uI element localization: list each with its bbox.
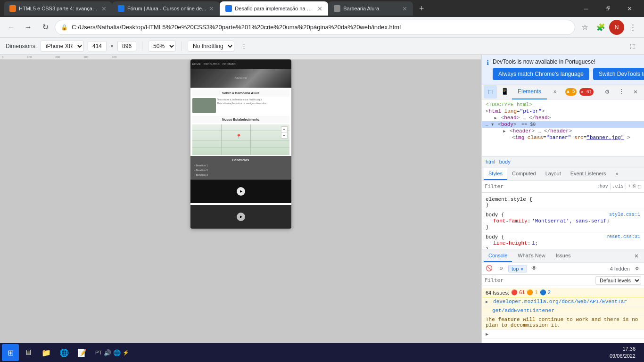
address-bar[interactable]: 🔒 C:/Users/Nathalia/Desktop/HTML5%20e%20… xyxy=(55,20,575,35)
tree-head[interactable]: ▶ <head> … </head> xyxy=(482,115,644,121)
tab-4[interactable]: Barbearia Alura ✕ xyxy=(328,1,413,16)
rotate-icon[interactable]: ⬚ xyxy=(627,41,638,52)
reload-button[interactable]: ↻ xyxy=(38,20,53,35)
device-select[interactable]: iPhone XR xyxy=(41,41,84,52)
img-src-val[interactable]: "banner.jpg" xyxy=(586,135,624,140)
benefits-section: Benefícios • Benefício 1 • Benefício 2 •… xyxy=(190,156,291,180)
inspect-element-button[interactable]: ⬚ xyxy=(484,85,497,99)
window-close[interactable]: ✕ xyxy=(619,1,640,16)
taskbar-icon-editor[interactable]: 📝 xyxy=(74,344,91,361)
console-filter-button[interactable]: ⊘ xyxy=(496,263,506,274)
extension-icon[interactable]: 🧩 xyxy=(593,20,608,35)
img-close-bracket: > xyxy=(627,135,630,140)
tab-more[interactable]: » xyxy=(548,84,562,99)
tab-event-listeners[interactable]: Event Listeners xyxy=(566,168,611,180)
height-input[interactable] xyxy=(117,41,136,51)
tab-3[interactable]: Desafio para implemetação na al... ✕ xyxy=(220,1,328,16)
element-style-selector: element.style { xyxy=(486,197,640,202)
profile-icon[interactable]: N xyxy=(609,20,624,35)
video-2: ▶ Driver Co Show Tech and Other... ▶ xyxy=(190,205,291,229)
devtools-settings-button[interactable]: ⚙ xyxy=(601,85,614,99)
tree-html[interactable]: <html lang="pt-br"> xyxy=(482,108,644,115)
taskbar-power-icon[interactable]: ⚡ xyxy=(123,350,129,356)
styles-sub-tabs: Styles Computed Layout Event Listeners » xyxy=(482,167,644,181)
style-rule-body-1: body { style.css:1 font-family : 'Montse… xyxy=(482,210,644,232)
add-style-icon[interactable]: + xyxy=(628,183,631,189)
breadcrumb-html[interactable]: html xyxy=(486,159,495,165)
breadcrumb-body[interactable]: body xyxy=(499,159,511,165)
tab-2[interactable]: Fórum | Alura - Cursos online de... ✕ xyxy=(112,1,220,16)
throttle-select[interactable]: No throttling xyxy=(188,41,234,52)
body-arrow[interactable]: ▼ xyxy=(491,123,494,127)
console-settings-button[interactable]: ⚙ xyxy=(632,263,642,274)
tree-header[interactable]: ▶ <header> … </header> xyxy=(482,128,644,134)
console-filter-input[interactable] xyxy=(485,277,593,283)
tab-4-close[interactable]: ✕ xyxy=(402,6,407,12)
taskbar-icon-computer[interactable]: 🖥 xyxy=(20,344,37,361)
width-input[interactable] xyxy=(88,41,107,51)
toggle-style-icon[interactable]: ⬚ xyxy=(638,183,641,189)
about-title: Sobre a Barbearia Alura xyxy=(192,90,289,97)
video-2-play-button[interactable]: ▶ xyxy=(237,213,245,221)
console-level-select[interactable]: Default levels xyxy=(595,276,641,285)
styles-filter-input[interactable] xyxy=(485,183,595,189)
console-context-selector[interactable]: top ▼ xyxy=(508,265,527,272)
issue-info-count: 🔵 2 xyxy=(540,289,551,296)
devtools-kebab-button[interactable]: ⋮ xyxy=(615,85,628,99)
console-log-url[interactable]: developer.mozilla.org/docs/Web/API/Event… xyxy=(493,299,627,304)
tree-img[interactable]: <img class="banner" src="banner.jpg" > xyxy=(482,134,644,141)
tree-body[interactable]: … ▼ <body> == $0 xyxy=(482,121,644,128)
bookmark-icon[interactable]: ☆ xyxy=(577,20,592,35)
menu-button[interactable]: ⋮ xyxy=(625,20,640,35)
tab-layout[interactable]: Layout xyxy=(541,168,566,180)
whats-new-tab[interactable]: What's New xyxy=(513,250,550,262)
taskbar-show-desktop[interactable] xyxy=(640,343,642,362)
tab-2-close[interactable]: ✕ xyxy=(209,6,214,12)
cls-filter[interactable]: .cls xyxy=(612,184,624,189)
body-2-source[interactable]: reset.css:31 xyxy=(606,234,640,240)
console-tab[interactable]: Console xyxy=(484,250,512,262)
console-close-button[interactable]: ✕ xyxy=(631,250,642,262)
map-zoom-in[interactable]: + xyxy=(281,127,287,132)
taskbar-volume-icon[interactable]: 🔊 xyxy=(104,349,111,356)
body-1-source[interactable]: style.css:1 xyxy=(609,212,640,218)
zoom-select[interactable]: 50% xyxy=(148,41,176,52)
taskbar-network-icon[interactable]: 🌐 xyxy=(113,349,121,356)
start-button[interactable]: ⊞ xyxy=(2,344,19,361)
copy-style-icon[interactable]: ⎘ xyxy=(633,183,636,189)
window-maximize[interactable]: 🗗 xyxy=(597,1,619,16)
tab-computed[interactable]: Computed xyxy=(507,168,541,180)
more-options-button[interactable]: ⋮ xyxy=(238,41,249,52)
issues-tab[interactable]: Issues xyxy=(551,250,576,262)
devtools-close-button[interactable]: ✕ xyxy=(629,85,642,99)
pseudo-filter[interactable]: :hov xyxy=(597,184,608,189)
tab-styles[interactable]: Styles xyxy=(484,168,507,180)
new-tab-button[interactable]: + xyxy=(415,2,428,15)
forward-button[interactable]: → xyxy=(21,20,36,35)
tab-1[interactable]: HTML5 e CSS3 parte 4: avançando... ✕ xyxy=(4,1,112,16)
console-prompt-arrow: ▶ xyxy=(486,332,488,337)
map-zoom-out[interactable]: − xyxy=(281,132,287,138)
taskbar-icon-folder[interactable]: 📁 xyxy=(38,344,55,361)
back-button[interactable]: ← xyxy=(4,20,19,35)
log-expand-icon[interactable]: ▶ xyxy=(486,300,488,304)
tab-3-close[interactable]: ✕ xyxy=(317,6,322,12)
head-arrow[interactable]: ▶ xyxy=(495,116,497,121)
nav-contact: CONTATO xyxy=(222,63,235,66)
device-toggle-button[interactable]: 📱 xyxy=(498,85,511,99)
header-arrow[interactable]: ▶ xyxy=(503,129,505,134)
console-log-url-cont[interactable]: get/addEventListener xyxy=(492,308,554,313)
taskbar-icon-chrome[interactable]: 🌐 xyxy=(56,344,73,361)
tab-elements[interactable]: Elements xyxy=(512,84,547,99)
switch-portuguese-button[interactable]: Switch DevTools to Portuguese xyxy=(593,68,644,80)
window-minimize[interactable]: ─ xyxy=(575,1,597,16)
console-eye-button[interactable]: 👁 xyxy=(529,263,539,274)
hidden-count-text: 4 hidden xyxy=(610,266,630,272)
video-play-button[interactable]: ▶ xyxy=(237,187,245,196)
console-clear-button[interactable]: 🚫 xyxy=(484,263,494,274)
console-sub-toolbar: 🚫 ⊘ top ▼ 👁 4 hidden ⚙ xyxy=(482,263,644,275)
match-language-button[interactable]: Always match Chrome's language xyxy=(493,68,589,80)
body-open-bracket: < xyxy=(498,122,501,127)
tab-styles-more[interactable]: » xyxy=(611,168,623,180)
tab-1-close[interactable]: ✕ xyxy=(101,6,107,12)
